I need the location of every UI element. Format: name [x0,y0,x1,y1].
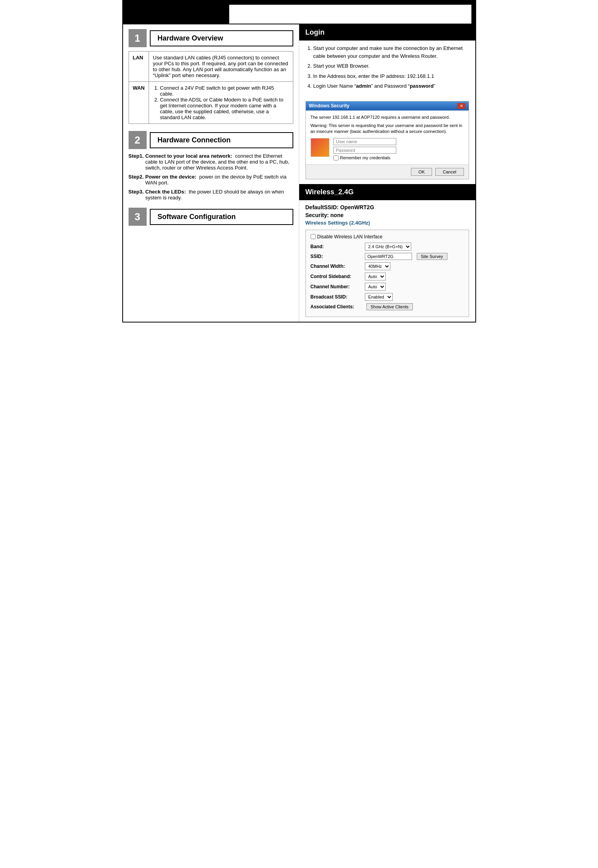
step1-label: Step1. [129,153,144,171]
remember-label: Remember my credentials [340,155,390,160]
admin-label: admin [356,83,371,89]
step1-bold: Connect to your local area network: [145,153,232,159]
step3-bold: Check the LEDs: [145,189,186,195]
step3-text: Check the LEDs: the power LED should be … [145,189,293,201]
username-field [333,138,464,145]
wireless-header: Wireless_2.4G [299,184,475,200]
remember-credentials[interactable]: Remember my credentials [333,155,464,160]
show-active-clients-button[interactable]: Show Active Clients [366,303,413,310]
lan-label: LAN [129,52,149,82]
step3-label: Step3. [129,189,144,201]
control-sideband-row: Control Sideband: Auto [311,273,464,280]
step2-bold: Power on the device: [145,174,197,180]
wan-value: Connect a 24V PoE switch to get power wi… [149,82,293,124]
broadcast-ssid-row: Broadcast SSID: Enabled [311,293,464,301]
channel-number-select[interactable]: Auto [365,283,386,291]
list-item: Start your WEB Browser. [313,62,469,70]
ok-button[interactable]: OK [411,168,432,176]
dialog-message1: The server 192.168.1.1 at AOP7120 requir… [311,114,464,120]
channel-width-select[interactable]: 40MHz [365,262,390,270]
control-sideband-select[interactable]: Auto [365,273,386,280]
associated-clients-label: Associated Clients: [311,304,362,310]
header-right [228,4,472,24]
wireless-settings-box: Disable Wireless LAN Interface Band: 2.4… [305,230,469,317]
control-sideband-label: Control Sideband: [311,274,362,279]
channel-number-label: Channel Number: [311,284,362,289]
list-item: Connect a 24V PoE switch to get power wi… [160,85,289,97]
section2-num: 2 [129,131,147,149]
channel-width-label: Channel Width: [311,264,362,269]
security-label: Security: [305,212,329,218]
band-row: Band: 2.4 GHz (B+G+N) [311,243,464,251]
left-column: 1 Hardware Overview LAN Use standard LAN… [123,24,299,322]
list-item: Connect the ADSL or Cable Modem to a PoE… [160,97,289,120]
section1-num: 1 [129,29,147,47]
login-list: Start your computer and make sure the co… [305,44,469,90]
hardware-connection-steps: Step1. Connect to your local area networ… [129,153,293,201]
step2: Step2. Power on the device: power on the… [129,174,293,186]
section2-title: Hardware Connection [150,132,293,148]
username-input[interactable] [333,138,396,145]
default-ssid-label: DefaultSSID: [305,204,339,210]
section1-header: 1 Hardware Overview [129,29,293,47]
ssid-row: SSID: Site Survey [311,253,464,260]
step2-label: Step2. [129,174,144,186]
wireless-section: DefaultSSID: OpenWRT2G Security: none Wi… [299,204,475,317]
dialog-message2: Warning: This server is requesting that … [311,123,464,135]
dialog-titlebar: Windows Security ✕ [306,101,469,111]
security-value: none [330,212,343,218]
ssid-input[interactable] [365,253,412,260]
remember-checkbox[interactable] [333,155,339,160]
band-label: Band: [311,244,362,249]
list-item: Login User Name “admin” and Password “pa… [313,82,469,90]
default-ssid-value: OpenWRT2G [340,204,374,210]
cancel-button[interactable]: Cancel [435,168,464,176]
step1: Step1. Connect to your local area networ… [129,153,293,171]
wireless-settings-link[interactable]: Wireless Settings (2.4GHz) [305,220,469,226]
section2-header: 2 Hardware Connection [129,131,293,149]
band-select[interactable]: 2.4 GHz (B+G+N) [365,243,411,251]
header-left [123,1,225,24]
broadcast-ssid-label: Broadcast SSID: [311,294,362,300]
dialog-icon-row: Remember my credentials [311,138,464,160]
broadcast-ssid-select[interactable]: Enabled [365,293,393,301]
security-info: Security: none [305,212,469,218]
step3: Step3. Check the LEDs: the power LED sho… [129,189,293,201]
list-item: In the Address box, enter the IP address… [313,72,469,80]
list-item: Start your computer and make sure the co… [313,44,469,60]
hardware-overview-table: LAN Use standard LAN cables (RJ45 connec… [129,51,293,124]
dialog-buttons: OK Cancel [306,164,469,179]
dialog-close-button[interactable]: ✕ [457,103,466,109]
site-survey-button[interactable]: Site Survey [417,253,447,260]
dialog-icon [311,138,329,157]
wan-label: WAN [129,82,149,124]
main-content: 1 Hardware Overview LAN Use standard LAN… [123,24,475,322]
login-steps: Start your computer and make sure the co… [299,44,475,97]
section3-num: 3 [129,208,147,226]
login-header: Login [299,24,475,41]
section3-header: 3 Software Configuration [129,208,293,226]
associated-clients-row: Associated Clients: Show Active Clients [311,303,464,310]
lan-value: Use standard LAN cables (RJ45 connectors… [149,52,293,82]
table-row: WAN Connect a 24V PoE switch to get powe… [129,82,293,124]
disable-wireless-row: Disable Wireless LAN Interface [311,234,464,240]
section1-title: Hardware Overview [150,30,293,46]
dialog-body: The server 192.168.1.1 at AOP7120 requir… [306,111,469,164]
channel-number-row: Channel Number: Auto [311,283,464,291]
channel-width-row: Channel Width: 40MHz [311,262,464,270]
step1-text: Connect to your local area network: conn… [145,153,293,171]
default-ssid: DefaultSSID: OpenWRT2G [305,204,469,210]
windows-security-dialog: Windows Security ✕ The server 192.168.1.… [305,101,469,179]
disable-wireless-checkbox[interactable] [311,234,316,239]
password-label: password [410,83,434,89]
table-row: LAN Use standard LAN cables (RJ45 connec… [129,52,293,82]
ssid-label: SSID: [311,254,362,259]
section3-title: Software Configuration [150,209,293,225]
dialog-title: Windows Security [309,103,350,109]
dialog-fields: Remember my credentials [333,138,464,160]
password-field [333,147,464,154]
page-header [123,1,475,24]
password-input[interactable] [333,147,396,154]
step2-text: Power on the device: power on the device… [145,174,293,186]
right-column: Login Start your computer and make sure … [299,24,475,322]
